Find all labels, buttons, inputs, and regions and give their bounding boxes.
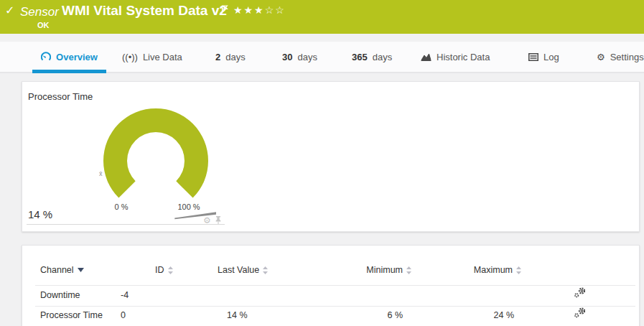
tab-365-days[interactable]: 365 days	[352, 42, 392, 72]
tab-label: Overview	[56, 52, 98, 62]
tab-label: days	[297, 52, 317, 62]
edit-channel-cogs-icon[interactable]	[574, 307, 586, 318]
tab-label: Log	[543, 52, 559, 62]
tab-overview[interactable]: Overview	[32, 42, 106, 72]
tab-label: days	[225, 52, 245, 62]
gauge-average-marker: x̄	[99, 170, 103, 177]
tab-label: days	[373, 52, 392, 62]
flag-icon[interactable]	[221, 4, 228, 17]
divider	[35, 306, 635, 307]
gauge-current-value: 14 %	[28, 208, 52, 220]
gauge-icon	[41, 52, 51, 62]
divider	[35, 285, 635, 286]
header-label: ID	[155, 265, 164, 275]
channel-id: 0	[121, 310, 126, 320]
header-label: Channel	[40, 265, 74, 275]
channel-last-value: 14 %	[227, 310, 248, 320]
gauge-scale-min: 0 %	[107, 202, 136, 211]
channel-name: Downtime	[40, 290, 80, 300]
gauge-scale-max: 100 %	[174, 202, 203, 211]
priority-stars[interactable]: ★★★☆☆	[233, 4, 286, 16]
tab-live-data[interactable]: ((•)) Live Data	[122, 42, 182, 72]
gauge-baseline	[27, 224, 225, 225]
tab-2-days[interactable]: 2 days	[215, 42, 246, 72]
gear-icon: ⚙	[597, 52, 605, 62]
widget-settings-gear-icon[interactable]: ⚙	[203, 216, 211, 225]
gauge-panel-title: Processor Time	[28, 91, 93, 102]
sensor-title: WMI Vital System Data v2	[62, 3, 227, 19]
tab-settings[interactable]: ⚙ Settings	[597, 42, 644, 72]
channel-name: Processor Time	[40, 310, 103, 320]
channel-table-panel: Channel ID Last Value Minimum Maximum Do…	[22, 245, 640, 326]
tab-number: 365	[352, 52, 368, 62]
log-list-icon	[528, 53, 538, 61]
tab-label: Live Data	[143, 52, 182, 62]
header-label: Maximum	[474, 265, 513, 275]
live-data-icon: ((•))	[122, 52, 138, 62]
tab-historic-data[interactable]: Historic Data	[421, 42, 490, 72]
tab-number: 2	[215, 52, 220, 62]
channel-id: -4	[121, 290, 129, 300]
edit-channel-cogs-icon[interactable]	[574, 287, 586, 298]
header-label: Last Value	[218, 265, 259, 275]
column-header-channel[interactable]: Channel	[40, 265, 84, 275]
tab-number: 30	[282, 52, 292, 62]
tab-log[interactable]: Log	[528, 42, 559, 72]
sort-desc-icon	[78, 268, 84, 272]
tab-label: Settings	[610, 52, 644, 62]
processor-time-gauge-panel: Processor Time x̄ 14 % 0 % 100 % ⚙	[22, 81, 640, 232]
sort-both-icon	[516, 266, 521, 274]
area-chart-icon	[421, 52, 431, 61]
sort-both-icon	[168, 266, 173, 274]
sensor-status-text: OK	[37, 21, 50, 29]
tab-label: Historic Data	[437, 52, 490, 62]
column-header-maximum[interactable]: Maximum	[378, 265, 521, 275]
tab-bar: Overview ((•)) Live Data 2 days 30 days …	[0, 42, 644, 73]
object-kind-label: Sensor	[20, 5, 59, 19]
sensor-status-banner: ✓ Sensor WMI Vital System Data v2 ★★★☆☆ …	[0, 0, 644, 34]
status-ok-check-icon: ✓	[5, 4, 14, 17]
tab-30-days[interactable]: 30 days	[282, 42, 317, 72]
channel-maximum: 24 %	[378, 310, 514, 320]
column-header-id[interactable]: ID	[155, 265, 173, 275]
column-header-last-value[interactable]: Last Value	[218, 265, 268, 275]
